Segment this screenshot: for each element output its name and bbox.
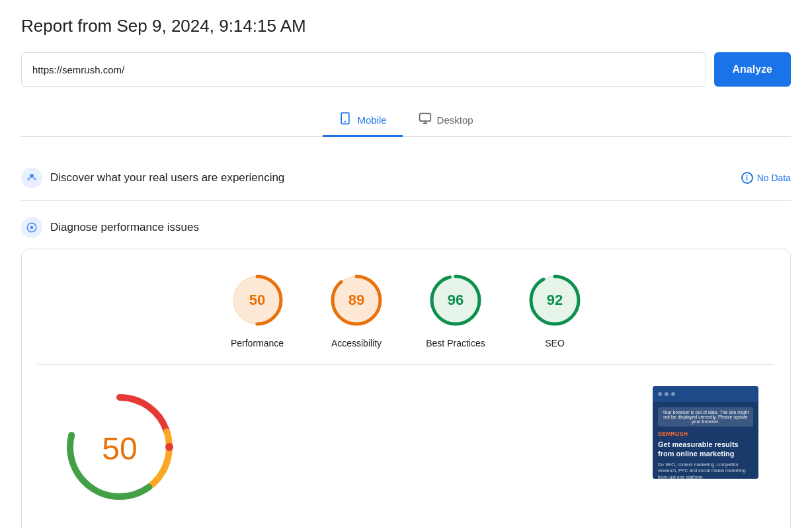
no-data-badge: i No Data xyxy=(741,172,791,184)
screenshot-thumbnail: Your browser is out of date. The site mi… xyxy=(653,386,758,479)
bottom-section: 50 Your browser is out of date. The site… xyxy=(38,365,774,529)
analyze-button[interactable]: Analyze xyxy=(714,52,791,87)
report-title: Report from Sep 9, 2024, 9:14:15 AM xyxy=(21,16,791,36)
screenshot-headline: Get measurable results from online marke… xyxy=(658,440,753,459)
diagnose-header: Diagnose performance issues xyxy=(21,217,791,238)
score-value-performance: 50 xyxy=(249,292,265,309)
score-item-performance[interactable]: 50 Performance xyxy=(227,270,287,348)
scores-row: 50 Performance 89 Accessibility xyxy=(38,270,774,348)
svg-point-9 xyxy=(30,226,34,229)
page-container: Report from Sep 9, 2024, 9:14:15 AM Anal… xyxy=(0,0,812,529)
large-score-value: 50 xyxy=(102,430,137,467)
tab-mobile[interactable]: Mobile xyxy=(323,105,402,137)
no-data-label: No Data xyxy=(757,173,791,183)
tabs-row: Mobile Desktop xyxy=(21,105,791,137)
score-label-performance: Performance xyxy=(231,338,284,348)
screenshot-browser-bar xyxy=(653,386,758,402)
browser-dot-1 xyxy=(658,392,662,396)
score-circle-seo: 92 xyxy=(525,270,585,330)
svg-point-7 xyxy=(33,177,36,181)
screenshot-content: Your browser is out of date. The site mi… xyxy=(653,402,758,479)
diagnose-icon xyxy=(21,217,42,238)
svg-point-21 xyxy=(165,443,173,451)
desktop-icon xyxy=(419,112,432,128)
discover-left: Discover what your real users are experi… xyxy=(21,167,284,188)
large-gauge: 50 xyxy=(54,381,186,513)
url-row: Analyze xyxy=(21,52,791,87)
tab-desktop[interactable]: Desktop xyxy=(403,105,489,137)
tab-desktop-label: Desktop xyxy=(437,114,473,126)
screenshot-body: Do SEO, content marketing, competitor re… xyxy=(658,462,753,479)
screenshot-alert: Your browser is out of date. The site mi… xyxy=(658,407,753,427)
info-icon: i xyxy=(741,172,753,184)
diagnose-title: Diagnose performance issues xyxy=(50,221,199,234)
discover-icon xyxy=(21,167,42,188)
score-circle-best-practices: 96 xyxy=(426,270,485,330)
diagnose-section: Diagnose performance issues 50 xyxy=(21,217,791,529)
browser-dot-3 xyxy=(671,392,675,396)
svg-point-5 xyxy=(30,174,34,178)
score-card: 50 Performance 89 Accessibility xyxy=(21,249,791,529)
score-label-accessibility: Accessibility xyxy=(331,338,382,348)
tab-mobile-label: Mobile xyxy=(357,114,386,126)
discover-section-row: Discover what your real users are experi… xyxy=(21,155,791,201)
score-circle-performance: 50 xyxy=(227,270,287,330)
score-value-accessibility: 89 xyxy=(348,292,364,309)
score-item-accessibility[interactable]: 89 Accessibility xyxy=(327,270,386,348)
score-value-best-practices: 96 xyxy=(448,292,464,309)
score-item-seo[interactable]: 92 SEO xyxy=(525,270,585,348)
score-label-seo: SEO xyxy=(545,338,565,348)
discover-title: Discover what your real users are experi… xyxy=(50,171,284,184)
score-value-seo: 92 xyxy=(547,292,563,309)
browser-dot-2 xyxy=(665,392,669,396)
mobile-icon xyxy=(339,112,352,128)
screenshot-logo: SEMRUSH xyxy=(658,430,753,437)
svg-rect-2 xyxy=(419,114,430,122)
score-item-best-practices[interactable]: 96 Best Practices xyxy=(426,270,485,348)
url-input[interactable] xyxy=(21,52,706,87)
score-circle-accessibility: 89 xyxy=(327,270,386,330)
score-label-best-practices: Best Practices xyxy=(426,338,485,348)
svg-point-6 xyxy=(27,177,30,181)
